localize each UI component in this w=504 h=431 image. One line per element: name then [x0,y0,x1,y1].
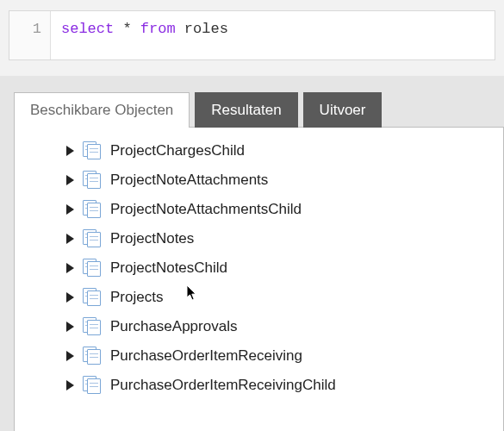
keyword-from: from [140,21,176,37]
table-stack-icon [83,200,102,219]
object-label: PurchaseApprovals [110,318,237,335]
sql-editor[interactable]: 1 select * from roles [9,10,495,60]
expand-caret-icon[interactable] [66,380,74,390]
tab-results[interactable]: Resultaten [195,92,297,128]
tab-available-objects[interactable]: Beschikbare Objecten [14,92,190,128]
tree-item[interactable]: Projects [20,283,498,312]
tree-item[interactable]: ProjectNoteAttachmentsChild [20,195,498,224]
table-stack-icon [83,229,102,248]
tab-row: Beschikbare Objecten Resultaten Uitvoer [14,91,504,127]
table-stack-icon [83,317,102,336]
token-star: * [114,21,140,37]
objects-panel: ProjectChargesChild ProjectNoteAttachmen… [14,127,504,431]
object-label: ProjectChargesChild [110,142,245,159]
table-stack-icon [83,376,102,395]
tab-label: Resultaten [211,102,281,118]
expand-caret-icon[interactable] [66,292,74,303]
object-tree: ProjectChargesChild ProjectNoteAttachmen… [20,136,498,400]
tree-item[interactable]: ProjectNotesChild [20,253,498,283]
tree-item[interactable]: ProjectNotes [20,224,498,253]
expand-caret-icon[interactable] [66,351,74,361]
tree-item[interactable]: ProjectChargesChild [20,136,498,166]
line-number: 1 [33,21,41,37]
expand-caret-icon[interactable] [66,175,74,185]
sql-editor-container: 1 select * from roles [0,0,504,76]
table-stack-icon [83,259,102,278]
token-table: roles [176,21,228,37]
expand-caret-icon[interactable] [66,146,74,156]
results-panel: Beschikbare Objecten Resultaten Uitvoer … [0,76,504,431]
expand-caret-icon[interactable] [66,234,74,244]
tab-output[interactable]: Uitvoer [303,92,383,128]
tree-item[interactable]: PurchaseOrderItemReceiving [20,341,498,371]
keyword-select: select [61,21,114,37]
expand-caret-icon[interactable] [66,263,74,273]
object-label: PurchaseOrderItemReceiving [110,347,302,365]
table-stack-icon [83,141,102,160]
tree-item[interactable]: ProjectNoteAttachments [20,166,498,195]
tree-item[interactable]: PurchaseApprovals [20,312,498,341]
object-label: ProjectNotesChild [110,259,227,277]
tab-label: Beschikbare Objecten [30,102,173,118]
object-label: ProjectNotes [110,230,194,247]
table-stack-icon [83,347,102,365]
expand-caret-icon[interactable] [66,204,74,215]
object-label: Projects [110,289,163,306]
table-stack-icon [83,171,102,190]
object-label: PurchaseOrderItemReceivingChild [110,377,336,394]
code-line[interactable]: select * from roles [51,11,239,59]
table-stack-icon [83,288,102,307]
object-label: ProjectNoteAttachments [110,172,268,189]
object-label: ProjectNoteAttachmentsChild [110,201,302,218]
tree-item[interactable]: PurchaseOrderItemReceivingChild [20,371,498,400]
expand-caret-icon[interactable] [66,322,74,332]
tab-label: Uitvoer [320,102,366,118]
line-gutter: 1 [9,11,51,59]
